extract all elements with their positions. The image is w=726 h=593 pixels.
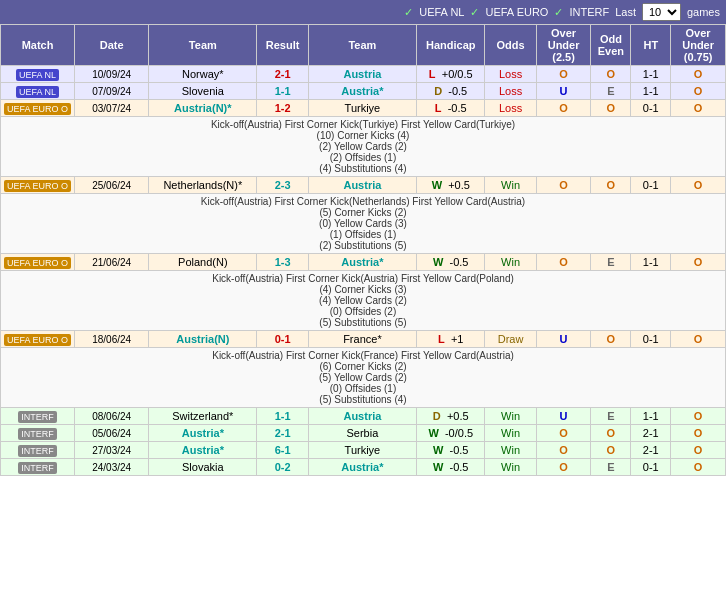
odds-value: Loss — [485, 66, 536, 83]
team2-name: France* — [308, 331, 416, 348]
ht-score: 1-1 — [631, 408, 671, 425]
competition-badge: INTERF — [1, 408, 75, 425]
odds-value: Win — [485, 254, 536, 271]
table-row: UEFA EURO O 21/06/24 Poland(N) 1-3 Austr… — [1, 254, 726, 271]
ou25-value: U — [536, 331, 591, 348]
competition-badge: INTERF — [1, 442, 75, 459]
detail-cell: Kick-off(Austria) First Corner Kick(Neth… — [1, 194, 726, 254]
col-header-ht: HT — [631, 25, 671, 66]
team1-name: Austria* — [149, 442, 257, 459]
oddeven-value: O — [591, 442, 631, 459]
odds-value: Win — [485, 425, 536, 442]
last-label: Last — [615, 6, 636, 18]
ou075-value: O — [671, 331, 726, 348]
result-side: D +0.5 — [417, 408, 485, 425]
ou25-value: O — [536, 254, 591, 271]
ht-score: 1-1 — [631, 83, 671, 100]
table-row: UEFA EURO O 18/06/24 Austria(N) 0-1 Fran… — [1, 331, 726, 348]
odds-value: Draw — [485, 331, 536, 348]
ou075-value: O — [671, 459, 726, 476]
table-row: INTERF 24/03/24 Slovakia 0-2 Austria* W … — [1, 459, 726, 476]
detail-cell: Kick-off(Austria) First Corner Kick(Aust… — [1, 271, 726, 331]
table-row: INTERF 27/03/24 Austria* 6-1 Turkiye W -… — [1, 442, 726, 459]
team1-name: Austria(N) — [149, 331, 257, 348]
match-date: 10/09/24 — [75, 66, 149, 83]
ou25-value: O — [536, 177, 591, 194]
ou25-value: O — [536, 100, 591, 117]
match-date: 03/07/24 — [75, 100, 149, 117]
match-date: 27/03/24 — [75, 442, 149, 459]
match-date: 25/06/24 — [75, 177, 149, 194]
competition-badge: INTERF — [1, 459, 75, 476]
team1-name: Norway* — [149, 66, 257, 83]
match-result: 6-1 — [257, 442, 308, 459]
match-result: 2-1 — [257, 425, 308, 442]
match-date: 08/06/24 — [75, 408, 149, 425]
col-header-handicap: Handicap — [417, 25, 485, 66]
oddeven-value: E — [591, 254, 631, 271]
match-result: 2-1 — [257, 66, 308, 83]
result-side: L -0.5 — [417, 100, 485, 117]
col-header-result: Result — [257, 25, 308, 66]
col-header-team2: Team — [308, 25, 416, 66]
match-result: 1-1 — [257, 83, 308, 100]
competition-badge: UEFA EURO O — [1, 177, 75, 194]
oddeven-value: E — [591, 83, 631, 100]
detail-row: Kick-off(Austria) First Corner Kick(Turk… — [1, 117, 726, 177]
ou25-value: O — [536, 442, 591, 459]
col-header-team1: Team — [149, 25, 257, 66]
ou25-value: O — [536, 459, 591, 476]
ou25-value: O — [536, 66, 591, 83]
match-result: 2-3 — [257, 177, 308, 194]
ht-score: 0-1 — [631, 177, 671, 194]
oddeven-value: O — [591, 100, 631, 117]
match-date: 07/09/24 — [75, 83, 149, 100]
match-result: 1-2 — [257, 100, 308, 117]
team2-name: Austria* — [308, 459, 416, 476]
odds-value: Win — [485, 442, 536, 459]
result-side: W -0.5 — [417, 254, 485, 271]
match-result: 1-1 — [257, 408, 308, 425]
competition-badge: UEFA EURO O — [1, 254, 75, 271]
odds-value: Win — [485, 459, 536, 476]
result-side: D -0.5 — [417, 83, 485, 100]
detail-row: Kick-off(Austria) First Corner Kick(Neth… — [1, 194, 726, 254]
match-result: 1-3 — [257, 254, 308, 271]
team1-name: Slovakia — [149, 459, 257, 476]
odds-value: Loss — [485, 83, 536, 100]
check-interf: ✓ — [554, 6, 563, 19]
team1-name: Austria(N)* — [149, 100, 257, 117]
ou075-value: O — [671, 254, 726, 271]
ou075-value: O — [671, 442, 726, 459]
col-header-ou25: Over Under (2.5) — [536, 25, 591, 66]
ou25-value: O — [536, 425, 591, 442]
match-date: 24/03/24 — [75, 459, 149, 476]
team2-name: Austria — [308, 408, 416, 425]
table-row: UEFA EURO O 25/06/24 Netherlands(N)* 2-3… — [1, 177, 726, 194]
ou25-value: U — [536, 408, 591, 425]
match-date: 05/06/24 — [75, 425, 149, 442]
odds-value: Loss — [485, 100, 536, 117]
ht-score: 0-1 — [631, 459, 671, 476]
ht-score: 2-1 — [631, 425, 671, 442]
check-uefa-euro: ✓ — [470, 6, 479, 19]
col-header-match: Match — [1, 25, 75, 66]
ou075-value: O — [671, 100, 726, 117]
result-side: W -0.5 — [417, 442, 485, 459]
team1-name: Switzerland* — [149, 408, 257, 425]
label-interf: INTERF — [569, 6, 609, 18]
competition-badge: UEFA NL — [1, 66, 75, 83]
col-header-odds: Odds — [485, 25, 536, 66]
odds-value: Win — [485, 408, 536, 425]
ou075-value: O — [671, 408, 726, 425]
results-table: Match Date Team Result Team Handicap Odd… — [0, 24, 726, 476]
ht-score: 1-1 — [631, 254, 671, 271]
detail-cell: Kick-off(Austria) First Corner Kick(Fran… — [1, 348, 726, 408]
last-select[interactable]: 10 5 20 — [642, 3, 681, 21]
result-side: W +0.5 — [417, 177, 485, 194]
competition-badge: UEFA EURO O — [1, 100, 75, 117]
team2-name: Austria* — [308, 254, 416, 271]
ou25-value: U — [536, 83, 591, 100]
ht-score: 0-1 — [631, 331, 671, 348]
oddeven-value: O — [591, 425, 631, 442]
